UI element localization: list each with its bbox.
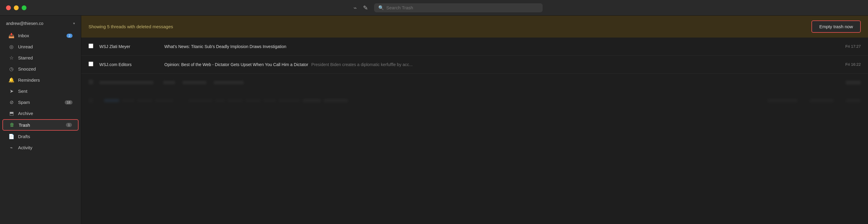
spam-badge: 18 (65, 100, 72, 105)
sidebar-item-snoozed[interactable]: ◷ Snoozed (2, 64, 79, 74)
sidebar-item-label: Archive (18, 111, 72, 116)
trash-icon: 🗑 (9, 122, 15, 127)
trash-banner: Showing 5 threads with deleted messages … (81, 15, 868, 38)
search-icon: 🔍 (378, 5, 384, 10)
sidebar-item-unread[interactable]: ◎ Unread (2, 41, 79, 52)
table-row[interactable] (81, 91, 868, 110)
sidebar-item-label: Trash (19, 122, 62, 127)
sidebar-item-activity[interactable]: ⌁ Activity (2, 142, 79, 153)
sidebar-item-label: Spam (18, 100, 61, 105)
search-bar: 🔍 (374, 3, 542, 12)
subject-preview: What's News: Titanic Sub's Deadly Implos… (164, 44, 832, 49)
email-sender: WSJ.com Editors (99, 62, 159, 67)
reminders-icon: 🔔 (8, 77, 14, 83)
sidebar-item-reminders[interactable]: 🔔 Reminders (2, 75, 79, 85)
sidebar-item-label: Sent (18, 88, 72, 94)
maximize-button[interactable] (22, 5, 27, 10)
window-controls (6, 5, 27, 10)
snoozed-icon: ◷ (8, 66, 14, 72)
email-preview: President Biden creates a diplomatic ker… (311, 62, 413, 67)
drafts-icon: 📄 (8, 134, 14, 139)
main-container: andrew@thiesen.co ▾ 📥 Inbox 2 ◎ Unread ☆… (0, 15, 868, 224)
sidebar-item-label: Activity (18, 145, 72, 150)
email-subject: Opinion: Best of the Web - Dictator Gets… (164, 62, 308, 67)
sidebar-item-spam[interactable]: ⊘ Spam 18 (2, 97, 79, 108)
compose-button[interactable]: ✎ (363, 4, 368, 11)
empty-trash-button[interactable]: Empty trash now (811, 21, 861, 33)
close-button[interactable] (6, 5, 11, 10)
row-checkbox-wrap[interactable] (89, 62, 94, 68)
activity-sidebar-icon: ⌁ (8, 145, 14, 150)
content-area: Showing 5 threads with deleted messages … (81, 15, 868, 224)
sidebar-item-archive[interactable]: ⬒ Archive (2, 108, 79, 119)
unread-icon: ◎ (8, 44, 14, 49)
sidebar-item-sent[interactable]: ➤ Sent (2, 86, 79, 97)
table-row[interactable]: WSJ.com Editors Opinion: Best of the Web… (81, 55, 868, 74)
user-row[interactable]: andrew@thiesen.co ▾ (0, 19, 81, 30)
sidebar-item-label: Snoozed (18, 66, 72, 71)
banner-text: Showing 5 threads with deleted messages (89, 24, 173, 29)
row-checkbox[interactable] (89, 43, 93, 48)
email-sender: WSJ Zlati Meyer (99, 44, 159, 49)
inbox-badge: 2 (66, 34, 72, 38)
archive-icon: ⬒ (8, 111, 14, 116)
search-input[interactable] (386, 5, 538, 10)
inbox-icon: 📥 (8, 33, 14, 38)
row-checkbox[interactable] (89, 62, 93, 66)
sidebar-item-inbox[interactable]: 📥 Inbox 2 (2, 30, 79, 41)
spam-icon: ⊘ (8, 100, 14, 105)
starred-icon: ☆ (8, 55, 14, 61)
minimize-button[interactable] (14, 5, 19, 10)
titlebar: ⌁ ✎ 🔍 (0, 0, 868, 15)
activity-icon[interactable]: ⌁ (353, 4, 357, 11)
sidebar-item-label: Reminders (18, 77, 72, 83)
subject-preview: Opinion: Best of the Web - Dictator Gets… (164, 62, 832, 67)
row-checkbox-wrap[interactable] (89, 43, 94, 49)
user-email: andrew@thiesen.co (6, 21, 71, 26)
sidebar: andrew@thiesen.co ▾ 📥 Inbox 2 ◎ Unread ☆… (0, 15, 81, 224)
email-list: WSJ Zlati Meyer What's News: Titanic Sub… (81, 38, 868, 224)
sidebar-item-label: Drafts (18, 134, 72, 139)
sidebar-item-label: Inbox (18, 33, 63, 38)
table-row[interactable] (81, 74, 868, 91)
email-time: Fri 17:27 (837, 44, 861, 49)
titlebar-center: ⌁ ✎ 🔍 (34, 3, 862, 12)
email-time: Fri 16:22 (837, 62, 861, 67)
sidebar-item-drafts[interactable]: 📄 Drafts (2, 131, 79, 142)
row-checkbox-wrap (89, 80, 94, 85)
table-row[interactable]: WSJ Zlati Meyer What's News: Titanic Sub… (81, 38, 868, 55)
email-subject: What's News: Titanic Sub's Deadly Implos… (164, 44, 286, 49)
sidebar-item-label: Unread (18, 44, 72, 49)
trash-badge: 1 (66, 123, 72, 127)
sidebar-item-trash[interactable]: 🗑 Trash 1 (2, 119, 79, 130)
sidebar-item-label: Starred (18, 55, 72, 60)
sidebar-item-starred[interactable]: ☆ Starred (2, 52, 79, 63)
sent-icon: ➤ (8, 88, 14, 94)
chevron-down-icon: ▾ (73, 21, 75, 26)
